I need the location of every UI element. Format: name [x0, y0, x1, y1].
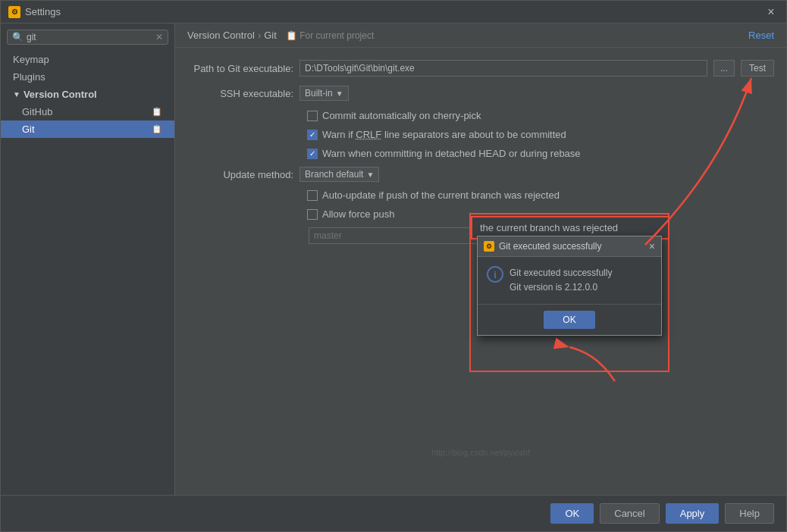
sidebar: 🔍 ✕ Keymap Plugins ▼ Version Control Git… — [1, 23, 175, 495]
sidebar-item-plugins[interactable]: Plugins — [1, 68, 174, 86]
path-input[interactable] — [299, 60, 707, 77]
reset-button[interactable]: Reset — [748, 30, 774, 41]
title-bar: ⚙ Settings × — [1, 1, 786, 23]
dialog-icon: ⚙ — [484, 241, 494, 252]
update-method-row: Update method: Branch default ▼ — [187, 167, 774, 182]
chevron-icon: ▼ — [13, 90, 20, 99]
info-icon: i — [487, 266, 503, 283]
sidebar-item-github[interactable]: GitHub 📋 — [1, 103, 174, 120]
dropdown-arrow-icon: ▼ — [336, 89, 343, 98]
cancel-button[interactable]: Cancel — [600, 503, 659, 524]
checkbox-cherry-pick[interactable] — [307, 111, 318, 121]
checkbox-cherry-pick-label: Commit automatically on cherry-pick — [322, 110, 481, 121]
dialog-title-text: Git executed successfully — [499, 241, 601, 252]
checkbox-detached-row: Warn when committing in detached HEAD or… — [299, 148, 774, 159]
checkbox-crlf[interactable] — [307, 130, 318, 140]
search-box: 🔍 ✕ — [7, 30, 168, 45]
right-panel: Version Control › Git 📋 For current proj… — [175, 23, 786, 495]
dialog-title-bar: ⚙ Git executed successfully × — [478, 236, 661, 257]
update-method-select[interactable]: Branch default ▼ — [299, 167, 379, 182]
apply-button[interactable]: Apply — [666, 503, 720, 524]
search-icon: 🔍 — [12, 32, 24, 42]
checkbox-auto-update-row: Auto-update if push of the current branc… — [299, 189, 774, 201]
ok-button[interactable]: OK — [550, 503, 594, 524]
clear-icon[interactable]: ✕ — [155, 32, 163, 42]
dialog-body: i Git executed successfully Git version … — [478, 257, 661, 304]
project-label: 📋 For current project — [286, 30, 374, 41]
ssh-row: SSH executable: Built-in ▼ — [187, 86, 774, 101]
path-row: Path to Git executable: ... Test — [187, 60, 774, 77]
browse-button[interactable]: ... — [713, 60, 735, 77]
success-dialog: ⚙ Git executed successfully × i Git exec… — [477, 236, 662, 336]
panel-title: Version Control › Git 📋 For current proj… — [187, 30, 374, 41]
help-button[interactable]: Help — [725, 503, 774, 524]
checkbox-force-push-label: Allow force push — [322, 208, 394, 220]
update-method-arrow-icon: ▼ — [366, 171, 374, 179]
sidebar-item-version-control[interactable]: ▼ Version Control — [1, 86, 174, 103]
git-project-icon: 📋 — [152, 124, 162, 134]
app-icon: ⚙ — [8, 6, 20, 18]
search-input[interactable] — [27, 32, 155, 42]
title-bar-left: ⚙ Settings — [8, 6, 61, 18]
panel-header: Version Control › Git 📋 For current proj… — [175, 23, 786, 48]
dialog-ok-button[interactable]: OK — [544, 311, 594, 329]
panel-body: Path to Git executable: ... Test SSH exe… — [175, 48, 786, 495]
checkbox-force-push[interactable] — [307, 209, 318, 220]
checkbox-auto-update-label: Auto-update if push of the current branc… — [322, 189, 560, 201]
checkbox-cherry-pick-row: Commit automatically on cherry-pick — [299, 110, 774, 121]
dialog-title-content: ⚙ Git executed successfully — [484, 241, 601, 252]
test-button[interactable]: Test — [741, 60, 774, 77]
breadcrumb-sep: › — [258, 30, 261, 41]
github-project-icon: 📋 — [152, 107, 162, 117]
window-title: Settings — [25, 6, 61, 17]
checkbox-crlf-row: Warn if CRLF line separators are about t… — [299, 129, 774, 140]
sidebar-item-git[interactable]: Git 📋 — [1, 120, 174, 138]
bottom-bar: OK Cancel Apply Help — [1, 495, 786, 531]
dialog-footer: OK — [478, 304, 661, 335]
checkbox-detached-label: Warn when committing in detached HEAD or… — [322, 148, 581, 159]
path-label: Path to Git executable: — [187, 63, 293, 74]
sidebar-item-keymap[interactable]: Keymap — [1, 51, 174, 68]
checkbox-crlf-label: Warn if CRLF line separators are about t… — [322, 129, 566, 140]
close-button[interactable]: × — [763, 5, 779, 20]
dialog-message: Git executed successfully Git version is… — [510, 266, 612, 295]
checkbox-auto-update[interactable] — [307, 190, 318, 201]
ssh-label: SSH executable: — [187, 88, 293, 99]
dialog-close-button[interactable]: × — [649, 240, 655, 252]
checkbox-detached[interactable] — [307, 149, 318, 159]
ssh-select[interactable]: Built-in ▼ — [299, 86, 349, 101]
settings-window: ⚙ Settings × 🔍 ✕ Keymap Plugins ▼ Versio… — [0, 0, 787, 532]
update-method-label: Update method: — [187, 169, 293, 180]
main-content: 🔍 ✕ Keymap Plugins ▼ Version Control Git… — [1, 23, 786, 495]
watermark: http://blog.csdn.net/pyxishf — [431, 448, 530, 457]
